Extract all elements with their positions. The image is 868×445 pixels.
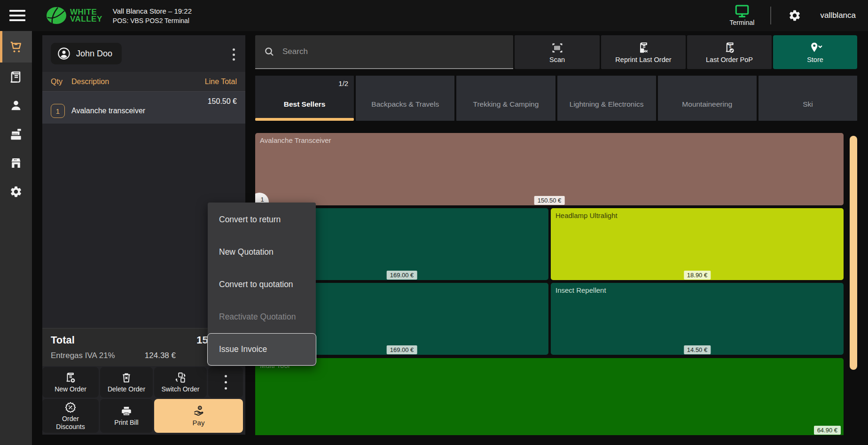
order-discounts-button[interactable]: Order Discounts — [42, 399, 99, 433]
sidebar-item-orders[interactable] — [0, 62, 32, 91]
last-order-pop-button[interactable]: $ Last Order PoP — [687, 35, 772, 69]
search-input[interactable] — [282, 47, 505, 56]
navigation-sidebar — [0, 31, 32, 445]
customer-avatar-icon — [57, 47, 70, 60]
store-selector-button[interactable]: Store — [773, 35, 857, 69]
cash-register-icon — [8, 127, 23, 141]
location-pin-icon — [807, 41, 823, 55]
discount-badge-icon — [64, 401, 77, 414]
hamburger-menu-icon[interactable] — [9, 10, 25, 21]
new-order-button[interactable]: New Order — [42, 367, 99, 398]
column-qty: Qty — [51, 78, 71, 86]
topbar-divider — [770, 7, 771, 24]
switch-order-button[interactable]: Switch Order — [154, 367, 207, 398]
brand-name: WHITE VALLEY — [70, 8, 102, 23]
line-product-name: Avalanche transceiver — [71, 107, 145, 115]
order-line-item[interactable]: 150.50 € 1 Avalanche transceiver — [42, 92, 245, 124]
print-bill-button[interactable]: Print Bill — [100, 399, 153, 433]
menu-item-convert-to-return[interactable]: Convert to return — [208, 203, 316, 236]
switch-order-icon — [174, 372, 187, 384]
menu-item-convert-to-quotation[interactable]: Convert to quotation — [208, 268, 316, 301]
sidebar-item-settings[interactable] — [0, 177, 32, 206]
customer-name: John Doo — [76, 49, 112, 59]
terminal-label: Terminal — [729, 19, 754, 26]
tax-value: 124.38 € — [145, 351, 176, 360]
terminal-monitor-icon — [735, 5, 750, 18]
line-qty-badge: 1 — [51, 104, 65, 118]
product-tile-avalanche-transceiver[interactable]: Avalanche Transceiver 1 150.50 € — [255, 133, 844, 205]
price-badge: 150.50 € — [534, 196, 565, 205]
menu-item-issue-invoice[interactable]: Issue Invoice — [207, 333, 316, 366]
product-name: Insect Repellent — [555, 286, 606, 294]
terminal-status-button[interactable]: Terminal — [729, 5, 754, 26]
sidebar-item-customers[interactable] — [0, 91, 32, 120]
customer-button[interactable]: John Doo — [51, 43, 122, 64]
menu-item-new-quotation[interactable]: New Quotation — [208, 236, 316, 268]
tab-trekking-camping[interactable]: Trekking & Camping — [456, 76, 555, 121]
category-tabs: 1/2 Best Sellers Backpacks & Travels Tre… — [255, 76, 857, 121]
price-badge: 64.90 € — [814, 426, 841, 435]
customers-icon — [9, 99, 23, 113]
tax-label: Entregas IVA 21% — [51, 351, 115, 360]
search-icon — [264, 46, 275, 57]
price-badge: 169.00 € — [387, 271, 417, 280]
settings-gear-icon[interactable] — [788, 9, 801, 22]
tab-mountaineering[interactable]: Mountaineering — [658, 76, 757, 121]
brand-logo: WHITE VALLEY — [46, 6, 102, 25]
store-session-line: Vall Blanca Store – 19:22 — [113, 7, 192, 15]
order-options-context-menu: Convert to return New Quotation Convert … — [208, 203, 316, 366]
printer-icon — [120, 405, 133, 417]
topbar-right: Terminal vallblanca — [729, 5, 868, 26]
tab-backpacks-travels[interactable]: Backpacks & Travels — [356, 76, 454, 121]
sidebar-item-sale[interactable] — [0, 31, 32, 62]
product-tile-multi-tool[interactable]: Multi Tool 64.90 € — [255, 358, 844, 435]
session-info: Vall Blanca Store – 19:22 POS: VBS POS2 … — [113, 7, 192, 24]
actionpad-more-options-icon[interactable] — [208, 367, 243, 398]
receipt-check-icon: $ — [722, 41, 736, 55]
tab-lightning-electronics[interactable]: Lightning & Electronics — [557, 76, 656, 121]
product-name: Avalanche Transceiver — [260, 136, 331, 144]
category-pagination: 1/2 — [338, 79, 348, 87]
top-bar: WHITE VALLEY Vall Blanca Store – 19:22 P… — [0, 0, 868, 31]
price-badge: 18.90 € — [684, 271, 711, 280]
pos-app: WHITE VALLEY Vall Blanca Store – 19:22 P… — [0, 0, 868, 445]
cart-icon — [9, 40, 23, 54]
product-search — [255, 35, 513, 69]
price-badge: 169.00 € — [387, 345, 417, 354]
user-menu[interactable]: vallblanca — [820, 11, 856, 20]
menu-item-reactivate-quotation: Reactivate Quotation — [208, 301, 316, 333]
svg-text:$: $ — [729, 44, 731, 48]
settings-gear-icon — [9, 185, 23, 198]
tab-best-sellers[interactable]: 1/2 Best Sellers — [255, 76, 354, 121]
reprint-receipt-icon — [636, 41, 650, 55]
order-columns-header: Qty Description Line Total — [42, 72, 245, 92]
sidebar-item-shop[interactable] — [0, 148, 32, 177]
delete-order-button[interactable]: Delete Order — [100, 367, 153, 398]
pay-button[interactable]: Pay — [154, 399, 243, 433]
total-label: Total — [51, 334, 75, 346]
active-tab-underline — [255, 118, 354, 121]
product-grid: Avalanche Transceiver 1 150.50 € 169.00 … — [255, 133, 844, 435]
order-more-options-icon[interactable] — [228, 48, 239, 61]
sidebar-item-register[interactable] — [0, 120, 32, 148]
white-valley-globe-icon — [46, 6, 67, 25]
column-line-total: Line Total — [205, 78, 237, 86]
column-description: Description — [71, 78, 205, 86]
shop-icon — [8, 156, 23, 170]
new-order-icon — [64, 372, 77, 384]
pos-terminal-line: POS: VBS POS2 Terminal — [113, 17, 192, 24]
product-tile-headlamp-ultralight[interactable]: Headlamp Ultralight 18.90 € — [551, 208, 844, 280]
grid-scrollbar[interactable] — [850, 136, 857, 370]
order-action-pad: New Order Delete Order — [42, 366, 245, 435]
tab-ski[interactable]: Ski — [759, 76, 857, 121]
price-badge: 14.50 € — [684, 345, 711, 354]
line-total-value: 150.50 € — [208, 97, 237, 106]
trash-icon — [120, 372, 133, 384]
reprint-last-order-button[interactable]: Reprint Last Order — [601, 35, 686, 69]
barcode-icon — [550, 41, 564, 55]
scan-button[interactable]: Scan — [515, 35, 600, 69]
order-header: John Doo — [42, 35, 245, 72]
product-name: Headlamp Ultralight — [555, 211, 618, 219]
product-tile-insect-repellent[interactable]: Insect Repellent 14.50 € — [551, 283, 844, 355]
pay-hand-coin-icon — [192, 405, 205, 417]
